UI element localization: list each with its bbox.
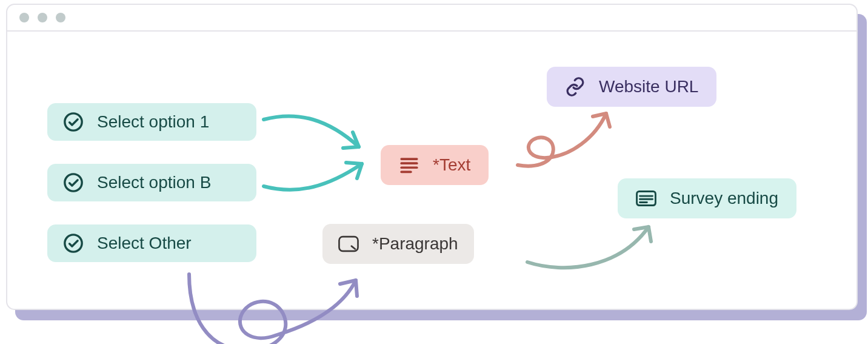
url-node-label: Website URL: [599, 77, 698, 96]
check-circle-icon: [63, 112, 84, 132]
check-circle-icon: [63, 233, 84, 254]
option-node-1[interactable]: Select option 1: [47, 103, 256, 141]
svg-point-2: [65, 235, 82, 252]
option-label: Select Other: [97, 234, 192, 253]
text-lines-icon: [399, 155, 419, 175]
traffic-light-dot: [19, 13, 29, 22]
text-node[interactable]: *Text: [381, 145, 489, 185]
paragraph-node-label: *Paragraph: [372, 234, 458, 254]
ending-node[interactable]: Survey ending: [618, 178, 796, 218]
paragraph-box-icon: [338, 234, 359, 254]
document-icon: [636, 188, 656, 209]
traffic-light-dot: [56, 13, 65, 22]
paragraph-node[interactable]: *Paragraph: [322, 224, 474, 264]
option-label: Select option B: [97, 173, 211, 192]
svg-line-8: [352, 246, 355, 249]
option-label: Select option 1: [97, 112, 209, 132]
check-circle-icon: [63, 172, 84, 193]
browser-window: Select option 1 Select option B Select O…: [6, 4, 858, 310]
svg-point-0: [65, 113, 82, 130]
flow-canvas: Select option 1 Select option B Select O…: [7, 32, 856, 309]
option-node-3[interactable]: Select Other: [47, 224, 256, 262]
traffic-light-dot: [38, 13, 47, 22]
text-node-label: *Text: [433, 155, 470, 175]
svg-point-1: [65, 174, 82, 191]
url-node[interactable]: Website URL: [547, 67, 716, 107]
option-node-2[interactable]: Select option B: [47, 164, 256, 201]
link-icon: [565, 76, 586, 97]
ending-node-label: Survey ending: [670, 189, 778, 208]
window-titlebar: [7, 5, 856, 32]
